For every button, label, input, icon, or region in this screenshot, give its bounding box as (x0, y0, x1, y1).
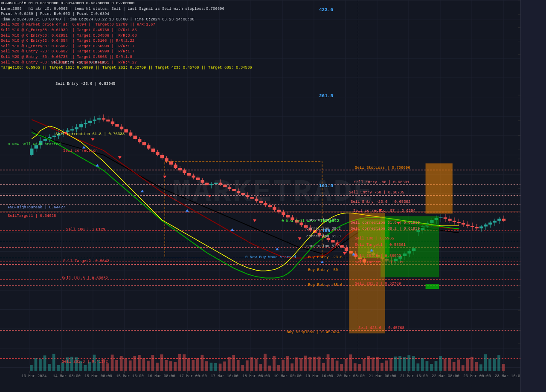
target-info: Target100: 0.5965 || Target 161: 0.56999… (1, 65, 252, 71)
sell-c-entry50: Sell %10 @ C_Entry50: 0.62951 || Target:… (1, 33, 252, 39)
info-panel: ADAUSDT-Bin,H1 0.63110000 0.63140000 0.6… (1, 1, 252, 71)
ticker-info: ADAUSDT-Bin,H1 0.63110000 0.63140000 0.6… (1, 1, 252, 6)
time-info: Time A:2024.03.21 03:00:00 | Time B:2024… (1, 17, 252, 23)
sell-market: Sell %20 @ Market price or at: 0.6394 ||… (1, 22, 252, 28)
sell-entry23: Sell %20 @ Entry -23: 0.65602 || Target:… (1, 49, 252, 55)
sell-entry88: Sell %20 @ Entry -88: 0.68391 || Target:… (1, 60, 252, 66)
point-info: Point A:0.6459 | Point B:0.603 | Point C… (1, 12, 252, 17)
price-axis (520, 0, 546, 392)
sell-c-entry38: Sell %10 @ C_Entry38: 0.61939 || Target:… (1, 28, 252, 33)
line-info: Line:2896 | h1_atr_c0: 0.0063 | tema_h1_… (1, 6, 252, 12)
sell-entry50: Sell %20 @ Entry -50: 0.66735 || Target:… (1, 55, 252, 60)
sell-c-entry88: Sell %10 @ C_Entry88: 0.65602 || Target:… (1, 44, 252, 49)
sell-c-entry62: Sell %10 @ C_Entry62: 0.64054 || Target:… (1, 38, 252, 44)
